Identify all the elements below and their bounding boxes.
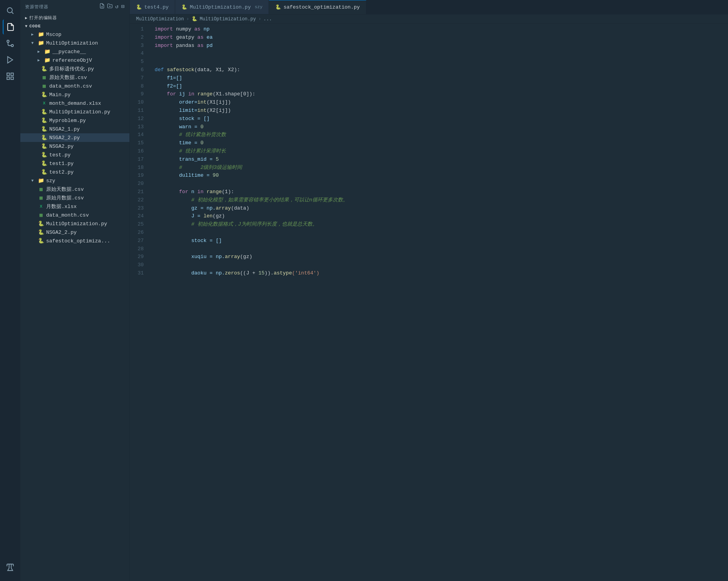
code-line[interactable]: order=int(X1[ij]): [155, 99, 728, 107]
source-control-icon[interactable]: [3, 36, 18, 51]
code-line[interactable]: dulltime = 90: [155, 172, 728, 180]
tree-item-test1py[interactable]: 🐍 test1.py: [20, 159, 129, 168]
breadcrumb-part3[interactable]: ...: [264, 16, 272, 22]
tree-item-nsga2py[interactable]: 🐍 NSGA2.py: [20, 142, 129, 151]
code-line[interactable]: xuqiu = np.array(gz): [155, 253, 728, 261]
code-line[interactable]: [155, 180, 728, 188]
tab-safestock-icon: 🐍: [275, 4, 281, 10]
code-line[interactable]: J = len(gz): [155, 212, 728, 221]
refobjv-chevron: ▶: [38, 58, 43, 63]
extensions-icon[interactable]: [3, 69, 18, 84]
tree-item-datamonth[interactable]: ▦ data_month.csv: [20, 82, 129, 90]
code-section-header[interactable]: ▼ CODE: [20, 22, 129, 30]
line-number: 23: [138, 204, 144, 213]
szy-yuanshiyueshu-icon: ▦: [38, 194, 45, 201]
mainpy-icon: 🐍: [41, 91, 48, 98]
tree-item-monthdemand[interactable]: X month_demand.xlsx: [20, 99, 129, 108]
code-line[interactable]: [155, 245, 728, 253]
code-content[interactable]: import numpy as npimport geatpy as eaimp…: [149, 24, 728, 581]
editor-area: 🐍 test4.py 🐍 MultiOptimization.py szy 🐍 …: [130, 0, 728, 581]
run-icon[interactable]: [3, 52, 18, 67]
tree-item-mscop[interactable]: ▶ 📁 Mscop: [20, 30, 129, 39]
tree-item-multioptimization[interactable]: ▼ 📁 MultiOptimization: [20, 39, 129, 47]
lab-icon[interactable]: [3, 560, 18, 575]
code-line[interactable]: [155, 58, 728, 66]
code-line[interactable]: [155, 229, 728, 237]
tree-item-test2py[interactable]: 🐍 test2.py: [20, 168, 129, 176]
tree-item-szy-yuanshitianshu[interactable]: ▦ 原始天数据.csv: [20, 185, 129, 194]
szy-nsga22py-label: NSGA2_2.py: [46, 230, 77, 235]
explorer-icon[interactable]: [3, 20, 18, 34]
code-line[interactable]: [155, 261, 728, 269]
open-editors-section[interactable]: ▶ 打开的编辑器: [20, 13, 129, 22]
testpy-icon: 🐍: [41, 151, 48, 158]
tab-safestock[interactable]: 🐍 safestock_optimization.py: [269, 0, 366, 14]
tree-item-szy-yuanshiyueshu[interactable]: ▦ 原始月数据.csv: [20, 194, 129, 202]
sidebar-header: 资源管理器 ↺ ⊟: [20, 0, 129, 13]
line-number: 31: [138, 269, 144, 278]
code-line[interactable]: # 初始化数据格式，J为时间序列长度，也就是总天数。: [155, 221, 728, 229]
sidebar-header-actions: ↺ ⊟: [99, 3, 125, 10]
tree-item-mainpy[interactable]: 🐍 Main.py: [20, 90, 129, 99]
search-icon[interactable]: [3, 3, 18, 18]
code-line[interactable]: f1=[]: [155, 74, 728, 82]
code-line[interactable]: def safestock(data, X1, X2):: [155, 66, 728, 74]
code-line[interactable]: # 初始化模型，如果需要容错率更小的结果，可以让n循环更多次数。: [155, 196, 728, 204]
code-line[interactable]: import geatpy as ea: [155, 34, 728, 42]
code-line[interactable]: time = 0: [155, 139, 728, 147]
tree-item-duomubiao[interactable]: 🐍 多目标遗传优化.py: [20, 65, 129, 73]
pycache-folder-icon: 📁: [44, 48, 51, 55]
code-line[interactable]: import pandas as pd: [155, 42, 728, 50]
code-line[interactable]: f2=[]: [155, 82, 728, 91]
tree-item-multioptpy[interactable]: 🐍 MultiOptimization.py: [20, 108, 129, 116]
code-line[interactable]: gz = np.array(data): [155, 204, 728, 213]
code-line[interactable]: import numpy as np: [155, 25, 728, 34]
mscop-folder-icon: 📁: [38, 31, 45, 38]
code-editor[interactable]: 1234567891011121314151617181920212223242…: [130, 24, 728, 581]
collapse-icon[interactable]: ⊟: [121, 3, 125, 10]
tree-item-szy-multioptpy[interactable]: 🐍 MultiOptimization.py: [20, 219, 129, 228]
code-line[interactable]: warn = 0: [155, 123, 728, 131]
refresh-icon[interactable]: ↺: [115, 3, 118, 10]
tree-item-szy[interactable]: ▼ 📁 szy: [20, 176, 129, 185]
code-line[interactable]: stock = []: [155, 115, 728, 123]
tree-item-nsga22py[interactable]: 🐍 NSGA2_2.py: [20, 133, 129, 142]
tree-item-szy-safestock[interactable]: 🐍 safestock_optimiza...: [20, 237, 129, 245]
new-folder-icon[interactable]: [107, 3, 113, 10]
tree-item-testpy[interactable]: 🐍 test.py: [20, 151, 129, 159]
code-line[interactable]: stock = []: [155, 237, 728, 245]
breadcrumb-part2[interactable]: MultiOptimization.py: [200, 16, 256, 22]
code-line[interactable]: daoku = np.zeros((J + 15)).astype('int64…: [155, 269, 728, 278]
tree-item-szy-yueshuju[interactable]: X 月数据.xlsx: [20, 202, 129, 211]
open-editors-chevron: ▶: [25, 16, 28, 20]
tree-item-szy-datamonth[interactable]: ▦ data_month.csv: [20, 211, 129, 219]
code-line[interactable]: # 2级到3级运输时间: [155, 164, 728, 172]
breadcrumb-part1[interactable]: MultiOptimization: [136, 16, 184, 22]
szy-yueshuju-icon: X: [38, 203, 45, 210]
code-line[interactable]: for n in range(1):: [155, 188, 728, 196]
code-line[interactable]: # 统计累计呆滞时长: [155, 147, 728, 156]
tree-item-szy-nsga22py[interactable]: 🐍 NSGA2_2.py: [20, 228, 129, 237]
code-line[interactable]: for ij in range(X1.shape[0]):: [155, 90, 728, 99]
tab-test4py[interactable]: 🐍 test4.py: [130, 0, 175, 14]
code-line[interactable]: # 统计紧急补货次数: [155, 131, 728, 139]
svg-point-0: [7, 8, 13, 13]
breadcrumb-file-icon: 🐍: [192, 16, 197, 22]
code-line[interactable]: trans_mid = 5: [155, 156, 728, 164]
tree-item-myproblempy[interactable]: 🐍 Myproblem.py: [20, 116, 129, 125]
test1py-icon: 🐍: [41, 160, 48, 167]
tree-item-nsga21py[interactable]: 🐍 NSGA2_1.py: [20, 125, 129, 133]
duomubiao-label: 多目标遗传优化.py: [49, 65, 94, 72]
line-number: 5: [138, 58, 144, 66]
line-number: 17: [138, 156, 144, 164]
code-line[interactable]: [155, 50, 728, 58]
code-line[interactable]: limit=int(X2[ij]): [155, 107, 728, 115]
svg-line-1: [12, 12, 13, 14]
line-number: 15: [138, 139, 144, 147]
new-file-icon[interactable]: [99, 3, 105, 10]
tree-item-refobjv[interactable]: ▶ 📁 referenceObjV: [20, 56, 129, 65]
tab-test4py-icon: 🐍: [136, 4, 142, 10]
tree-item-pycache[interactable]: ▶ 📁 __pycache__: [20, 47, 129, 56]
tree-item-yuanshitianshu[interactable]: ▦ 原始天数据.csv: [20, 73, 129, 82]
tab-multioptpy[interactable]: 🐍 MultiOptimization.py szy: [175, 0, 269, 14]
